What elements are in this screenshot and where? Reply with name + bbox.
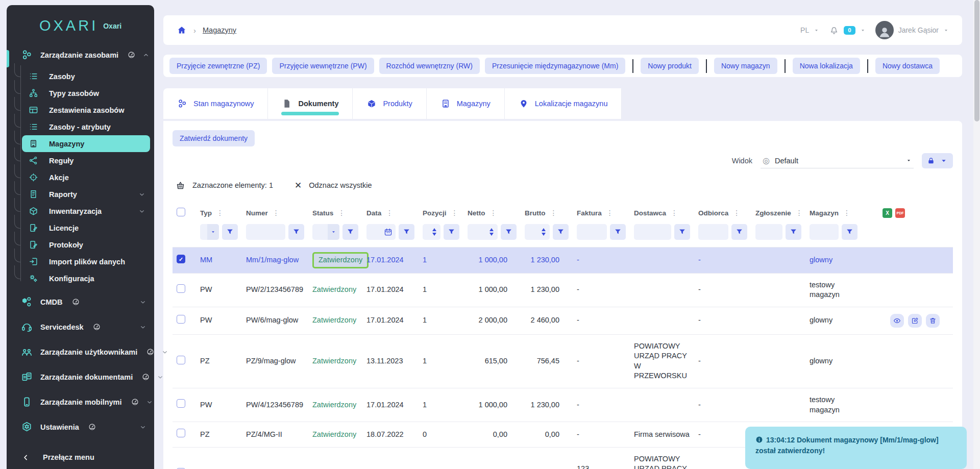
action-button-przyjecie-zewnetrzne-pz[interactable]: Przyjęcie zewnętrzne (PZ) xyxy=(169,58,267,74)
avatar[interactable] xyxy=(875,21,894,39)
chevron-down-icon[interactable] xyxy=(139,208,145,214)
sidebar-section-servicedesk[interactable]: Servicedesk xyxy=(7,314,154,339)
table-row[interactable]: PZPZ/9/mag-glowZatwierdzony13.11.2023161… xyxy=(173,334,953,388)
export-excel-button[interactable]: X xyxy=(883,208,892,218)
filter-input-data[interactable] xyxy=(366,224,396,240)
view-button[interactable] xyxy=(890,314,904,328)
action-button-przyjecie-wewnetrzne-pw[interactable]: Przyjęcie wewnętrzne (PW) xyxy=(272,58,374,74)
column-menu-icon[interactable]: ⋮ xyxy=(216,209,224,217)
column-menu-icon[interactable]: ⋮ xyxy=(490,209,497,217)
chevron-up-icon[interactable] xyxy=(143,52,149,58)
view-lock-button[interactable] xyxy=(922,153,953,168)
notifications-bell-icon[interactable] xyxy=(829,25,839,35)
select-all-checkbox[interactable] xyxy=(177,208,185,216)
chevron-down-icon[interactable] xyxy=(140,324,146,330)
cell-numer[interactable]: Mm/1/mag-glow xyxy=(242,248,308,274)
filter-funnel-button[interactable] xyxy=(731,224,747,240)
scrollbar[interactable] xyxy=(973,0,980,469)
action-button-rozchod-wewnetrzny-rw[interactable]: Rozchód wewnętrzny (RW) xyxy=(379,58,480,74)
chevron-down-icon[interactable] xyxy=(814,28,819,33)
column-menu-icon[interactable]: ⋮ xyxy=(338,209,345,217)
filter-funnel-button[interactable] xyxy=(842,224,857,240)
chevron-down-icon[interactable] xyxy=(943,28,949,33)
filter-input-zgloszenie[interactable] xyxy=(755,224,782,240)
export-pdf-button[interactable]: PDF xyxy=(895,208,905,218)
filter-funnel-button[interactable] xyxy=(610,224,626,240)
filter-funnel-button[interactable] xyxy=(342,224,358,240)
filter-input-odbiorca[interactable] xyxy=(698,224,728,240)
filter-funnel-button[interactable] xyxy=(553,224,569,240)
chevron-down-icon[interactable] xyxy=(140,424,146,430)
tab-stan-magazynowy[interactable]: Stan magazynowy xyxy=(163,88,268,119)
sidebar-item-zasoby-atrybuty[interactable]: Zasoby - atrybuty xyxy=(22,118,150,135)
cell-numer[interactable]: PZ/9/mag-glow xyxy=(242,334,308,388)
language-selector[interactable]: PL xyxy=(800,26,809,34)
column-menu-icon[interactable]: ⋮ xyxy=(796,209,803,217)
sidebar-section-cmdb[interactable]: CMDB xyxy=(7,289,154,314)
table-row[interactable]: PWPW/2/123456789Zatwierdzony17.01.202411… xyxy=(173,273,953,307)
calendar-icon[interactable] xyxy=(384,228,393,236)
row-checkbox[interactable] xyxy=(177,255,185,263)
cell-numer[interactable]: PW/6/mag-glow xyxy=(242,307,308,334)
filter-funnel-button[interactable] xyxy=(399,224,414,240)
filter-input-dostawca[interactable] xyxy=(634,224,671,240)
row-checkbox[interactable] xyxy=(177,399,185,408)
tab-lokalizacje-magazynu[interactable]: Lokalizacje magazynu xyxy=(505,88,622,119)
sidebar-section-zarzadzanie-uzytkownikami[interactable]: Zarządzanie użytkownikami xyxy=(7,339,154,364)
sidebar-item-zasoby[interactable]: Zasoby xyxy=(22,68,150,85)
column-menu-icon[interactable]: ⋮ xyxy=(671,209,678,217)
row-checkbox[interactable] xyxy=(177,284,185,293)
action-button-nowy-dostawca[interactable]: Nowy dostawca xyxy=(875,58,940,74)
close-icon[interactable]: ✕ xyxy=(295,180,302,191)
tab-magazyny[interactable]: Magazyny xyxy=(427,88,505,119)
home-icon[interactable] xyxy=(177,25,187,35)
deselect-all-button[interactable]: Odznacz wszystkie xyxy=(309,181,372,189)
filter-funnel-button[interactable] xyxy=(288,224,304,240)
scrollbar-thumb[interactable] xyxy=(974,0,979,121)
table-row[interactable]: PWPW/6/mag-glowZatwierdzony17.01.202412 … xyxy=(173,307,953,334)
filter-input-netto[interactable] xyxy=(468,224,498,240)
notifications-count-badge[interactable]: 0 xyxy=(844,26,855,35)
sidebar-section-ustawienia[interactable]: Ustawienia xyxy=(7,414,154,439)
column-menu-icon[interactable]: ⋮ xyxy=(733,209,740,217)
chevron-down-icon[interactable] xyxy=(157,374,163,380)
action-button-przesuniecie-miedzymagazynowe-mm[interactable]: Przesunięcie międzymagazynowe (Mm) xyxy=(485,58,625,74)
view-select[interactable]: ◎ Default xyxy=(761,154,914,168)
action-button-nowy-magazyn[interactable]: Nowy magazyn xyxy=(714,58,777,74)
cell-numer[interactable]: PZ/8/123 xyxy=(242,447,308,469)
filter-input-pozycji[interactable] xyxy=(423,224,440,240)
sidebar-item-raporty[interactable]: Raporty xyxy=(22,186,150,203)
edit-button[interactable] xyxy=(908,314,922,328)
filter-funnel-button[interactable] xyxy=(674,224,690,240)
table-row[interactable]: PWPW/4/123456789Zatwierdzony17.01.202411… xyxy=(173,388,953,422)
sidebar-item-inwentaryzacja[interactable]: Inwentaryzacja xyxy=(22,203,150,219)
number-stepper[interactable] xyxy=(542,228,546,236)
row-checkbox[interactable] xyxy=(177,356,185,364)
user-name[interactable]: Jarek Gąsior xyxy=(898,26,939,34)
filter-input-faktura[interactable] xyxy=(577,224,607,240)
sidebar-section-zarzadzanie-zasobami[interactable]: Zarządzanie zasobami xyxy=(7,42,154,67)
row-checkbox[interactable] xyxy=(177,315,185,324)
sidebar-item-reguly[interactable]: Reguły xyxy=(22,152,150,169)
filter-input-typ[interactable] xyxy=(200,224,219,240)
sidebar-item-magazyny[interactable]: Magazyny xyxy=(22,135,150,152)
action-button-nowa-lokalizacja[interactable]: Nowa lokalizacja xyxy=(793,58,860,74)
filter-input-status[interactable] xyxy=(312,224,339,240)
column-menu-icon[interactable]: ⋮ xyxy=(843,209,850,217)
number-stepper[interactable] xyxy=(489,228,494,236)
table-row[interactable]: MMMm/1/mag-glowZatwierdzony17.01.202411 … xyxy=(173,248,953,274)
sidebar-item-licencje[interactable]: Licencje xyxy=(22,219,150,236)
cell-numer[interactable]: PW/4/123456789 xyxy=(242,388,308,422)
filter-funnel-button[interactable] xyxy=(786,224,801,240)
chevron-down-icon[interactable] xyxy=(140,299,146,305)
sidebar-item-protokoly[interactable]: Protokoły xyxy=(22,236,150,253)
column-menu-icon[interactable]: ⋮ xyxy=(386,209,393,217)
chevron-down-icon[interactable] xyxy=(162,349,168,355)
filter-funnel-button[interactable] xyxy=(501,224,517,240)
column-menu-icon[interactable]: ⋮ xyxy=(606,209,614,217)
sidebar-item-akcje[interactable]: Akcje xyxy=(22,169,150,186)
filter-funnel-button[interactable] xyxy=(222,224,238,240)
chevron-down-icon[interactable] xyxy=(860,28,866,33)
cell-numer[interactable]: PW/2/123456789 xyxy=(242,273,308,307)
toast-notification[interactable]: 13:04:12 Dokument magazynowy [Mm/1/mag-g… xyxy=(745,427,967,469)
